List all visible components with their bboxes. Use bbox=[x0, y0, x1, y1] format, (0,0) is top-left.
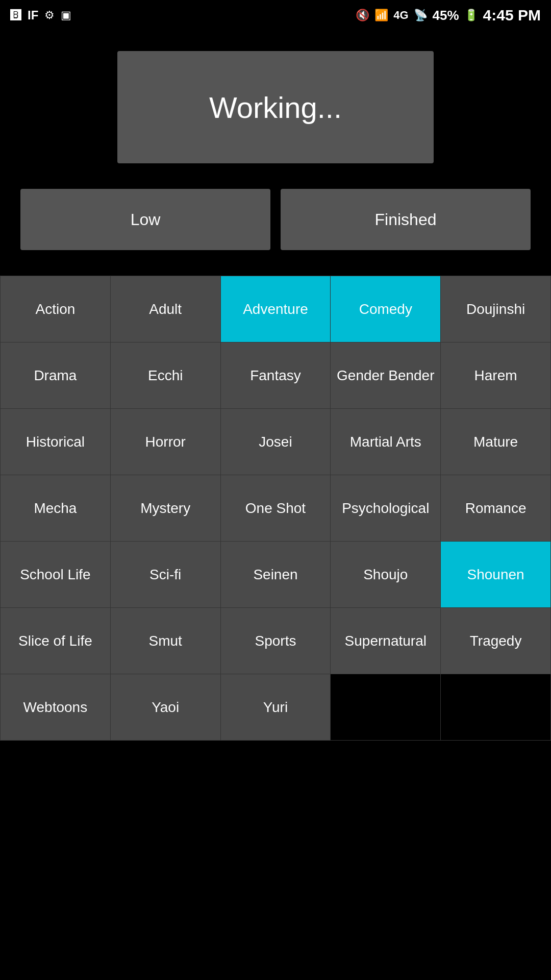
genre-cell-josei[interactable]: Josei bbox=[221, 409, 331, 475]
genre-cell-empty-34 bbox=[441, 674, 551, 741]
wifi-icon: 📶 bbox=[374, 9, 388, 22]
genre-cell-supernatural[interactable]: Supernatural bbox=[331, 608, 441, 674]
genre-cell-tragedy[interactable]: Tragedy bbox=[441, 608, 551, 674]
genre-cell-smut[interactable]: Smut bbox=[111, 608, 221, 674]
sliders-icon: ⚙ bbox=[44, 9, 55, 22]
genre-cell-horror[interactable]: Horror bbox=[111, 409, 221, 475]
finished-filter-button[interactable]: Finished bbox=[281, 189, 531, 250]
genre-cell-adult[interactable]: Adult bbox=[111, 276, 221, 342]
genre-cell-mystery[interactable]: Mystery bbox=[111, 475, 221, 542]
genre-cell-yaoi[interactable]: Yaoi bbox=[111, 674, 221, 741]
f2-icon: ▣ bbox=[61, 9, 71, 22]
genre-cell-romance[interactable]: Romance bbox=[441, 475, 551, 542]
genre-cell-fantasy[interactable]: Fantasy bbox=[221, 342, 331, 409]
battery-icon: 🔋 bbox=[464, 9, 478, 22]
facebook-icon: 🅱 bbox=[10, 9, 21, 22]
genre-cell-psychological[interactable]: Psychological bbox=[331, 475, 441, 542]
genre-cell-ecchi[interactable]: Ecchi bbox=[111, 342, 221, 409]
genre-grid: ActionAdultAdventureComedyDoujinshiDrama… bbox=[0, 276, 551, 741]
filter-row: Low Finished bbox=[0, 174, 551, 260]
genre-cell-comedy[interactable]: Comedy bbox=[331, 276, 441, 342]
working-banner: Working... bbox=[117, 51, 434, 163]
genre-cell-empty-33 bbox=[331, 674, 441, 741]
working-text: Working... bbox=[209, 90, 342, 125]
status-bar: 🅱 IF ⚙ ▣ 🔇 📶 4G 📡 45% 🔋 4:45 PM bbox=[0, 0, 551, 31]
genre-cell-gender-bender[interactable]: Gender Bender bbox=[331, 342, 441, 409]
genre-cell-adventure[interactable]: Adventure bbox=[221, 276, 331, 342]
status-time: 4:45 PM bbox=[483, 7, 541, 24]
genre-cell-seinen[interactable]: Seinen bbox=[221, 542, 331, 608]
genre-cell-yuri[interactable]: Yuri bbox=[221, 674, 331, 741]
genre-cell-sci-fi[interactable]: Sci-fi bbox=[111, 542, 221, 608]
genre-cell-harem[interactable]: Harem bbox=[441, 342, 551, 409]
genre-cell-historical[interactable]: Historical bbox=[1, 409, 111, 475]
low-filter-button[interactable]: Low bbox=[20, 189, 270, 250]
genre-cell-shounen[interactable]: Shounen bbox=[441, 542, 551, 608]
signal-icon: 📡 bbox=[414, 9, 428, 22]
genre-cell-sports[interactable]: Sports bbox=[221, 608, 331, 674]
status-left-icons: 🅱 IF ⚙ ▣ bbox=[10, 8, 71, 22]
lte-icon: 4G bbox=[393, 9, 408, 22]
genre-cell-webtoons[interactable]: Webtoons bbox=[1, 674, 111, 741]
genre-cell-one-shot[interactable]: One Shot bbox=[221, 475, 331, 542]
genre-cell-school-life[interactable]: School Life bbox=[1, 542, 111, 608]
genre-cell-action[interactable]: Action bbox=[1, 276, 111, 342]
battery-percentage: 45% bbox=[433, 8, 459, 23]
genre-cell-mature[interactable]: Mature bbox=[441, 409, 551, 475]
genre-cell-shoujo[interactable]: Shoujo bbox=[331, 542, 441, 608]
genre-cell-martial-arts[interactable]: Martial Arts bbox=[331, 409, 441, 475]
genre-cell-slice-of-life[interactable]: Slice of Life bbox=[1, 608, 111, 674]
if-icon: IF bbox=[28, 8, 38, 22]
status-right-info: 🔇 📶 4G 📡 45% 🔋 4:45 PM bbox=[356, 7, 541, 24]
genre-cell-mecha[interactable]: Mecha bbox=[1, 475, 111, 542]
genre-cell-drama[interactable]: Drama bbox=[1, 342, 111, 409]
mute-icon: 🔇 bbox=[356, 9, 369, 22]
genre-cell-doujinshi[interactable]: Doujinshi bbox=[441, 276, 551, 342]
